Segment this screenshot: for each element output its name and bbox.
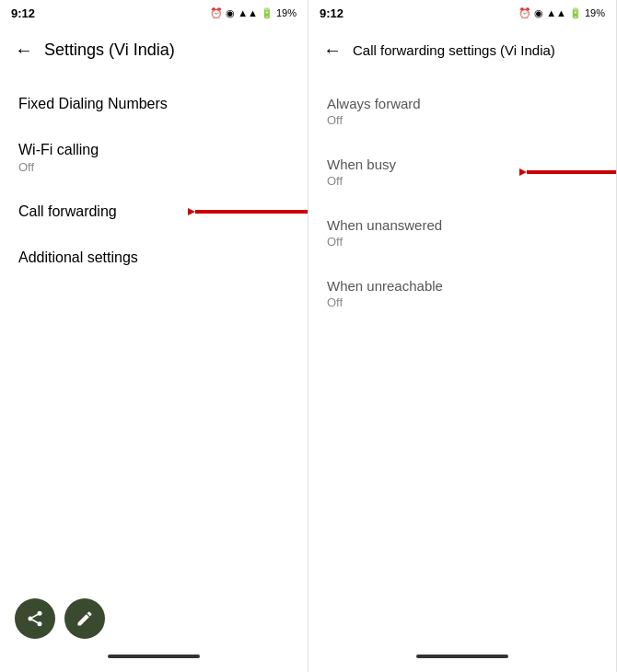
svg-line-5 <box>32 620 38 622</box>
alarm-icon: ⏰ <box>210 7 223 19</box>
when-unanswered-status: Off <box>327 235 598 249</box>
wifi-icon: ◉ <box>226 7 235 19</box>
right-home-indicator <box>416 655 508 658</box>
when-unanswered-title: When unanswered <box>327 217 598 233</box>
wifi-calling-subtitle: Off <box>18 160 289 174</box>
fixed-dialing-title: Fixed Dialing Numbers <box>18 96 289 112</box>
additional-settings-title: Additional settings <box>18 249 289 266</box>
right-alarm-icon: ⏰ <box>518 7 531 19</box>
signal-icon: ▲▲ <box>238 7 258 18</box>
wifi-calling-title: Wi-Fi calling <box>18 142 289 158</box>
right-signal-icon: ▲▲ <box>546 7 566 18</box>
left-red-arrow <box>188 195 308 228</box>
always-forward-title: Always forward <box>327 96 598 111</box>
battery-percent: 19% <box>276 7 297 18</box>
left-bottom-bar <box>0 646 308 672</box>
menu-item-fixed-dialing[interactable]: Fixed Dialing Numbers <box>0 81 308 127</box>
right-bottom-bar <box>308 646 616 672</box>
when-unreachable-item[interactable]: When unreachable Off <box>308 263 616 324</box>
left-home-indicator <box>108 655 200 658</box>
right-back-button[interactable]: ← <box>323 40 342 61</box>
right-battery-icon: 🔋 <box>569 7 582 19</box>
left-status-icons: ⏰ ◉ ▲▲ 🔋 19% <box>210 7 297 19</box>
right-panel: 9:12 ⏰ ◉ ▲▲ 🔋 19% ← Call forwarding sett… <box>308 0 617 672</box>
fab-container <box>15 598 105 639</box>
edit-fab-button[interactable] <box>64 598 105 639</box>
left-page-title: Settings (Vi India) <box>44 41 175 60</box>
svg-point-3 <box>29 617 33 621</box>
right-status-icons: ⏰ ◉ ▲▲ 🔋 19% <box>518 7 605 19</box>
left-status-time: 9:12 <box>11 6 35 20</box>
svg-line-6 <box>32 614 38 617</box>
right-page-title: Call forwarding settings (Vi India) <box>353 42 555 58</box>
menu-item-additional-settings[interactable]: Additional settings <box>0 235 308 281</box>
when-unanswered-item[interactable]: When unanswered Off <box>308 203 616 263</box>
right-battery-percent: 19% <box>585 7 605 18</box>
left-panel: 9:12 ⏰ ◉ ▲▲ 🔋 19% ← Settings (Vi India) … <box>0 0 308 672</box>
when-unreachable-status: Off <box>327 295 598 309</box>
menu-item-wifi-calling[interactable]: Wi-Fi calling Off <box>0 127 308 189</box>
share-fab-button[interactable] <box>15 598 55 639</box>
left-top-bar: ← Settings (Vi India) <box>0 26 308 74</box>
always-forward-status: Off <box>327 113 598 127</box>
left-settings-list: Fixed Dialing Numbers Wi-Fi calling Off … <box>0 74 308 646</box>
forwarding-options-list: Always forward Off When busy Off When un… <box>308 74 616 646</box>
right-wifi-icon: ◉ <box>534 7 543 19</box>
always-forward-item[interactable]: Always forward Off <box>308 81 616 142</box>
menu-item-call-forwarding[interactable]: Call forwarding <box>0 189 308 235</box>
svg-point-4 <box>38 621 42 626</box>
left-status-bar: 9:12 ⏰ ◉ ▲▲ 🔋 19% <box>0 0 308 26</box>
battery-icon: 🔋 <box>261 7 274 19</box>
when-busy-item[interactable]: When busy Off <box>308 142 616 203</box>
left-back-button[interactable]: ← <box>15 40 33 61</box>
svg-point-2 <box>38 611 42 616</box>
right-red-arrow <box>519 156 616 189</box>
right-status-time: 9:12 <box>320 6 343 20</box>
when-unreachable-title: When unreachable <box>327 278 598 294</box>
right-top-bar: ← Call forwarding settings (Vi India) <box>308 26 616 74</box>
right-status-bar: 9:12 ⏰ ◉ ▲▲ 🔋 19% <box>308 0 616 26</box>
